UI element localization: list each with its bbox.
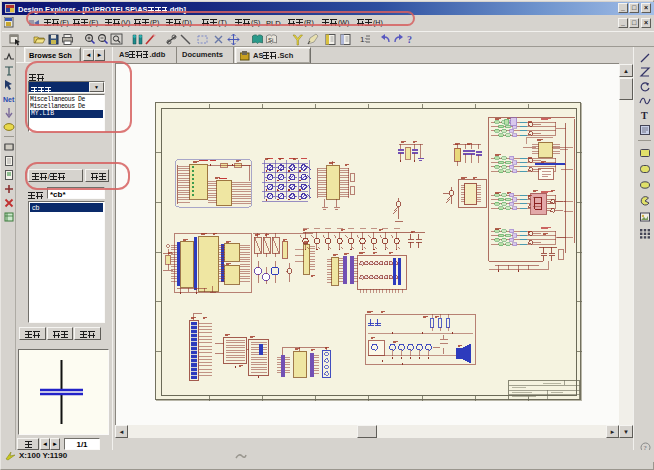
- svg-text:?: ?: [407, 34, 412, 45]
- svg-text:Net: Net: [3, 96, 15, 103]
- svg-text:Si: Si: [268, 37, 273, 43]
- svg-text:1:: 1:: [360, 35, 367, 44]
- svg-text:T: T: [641, 110, 648, 121]
